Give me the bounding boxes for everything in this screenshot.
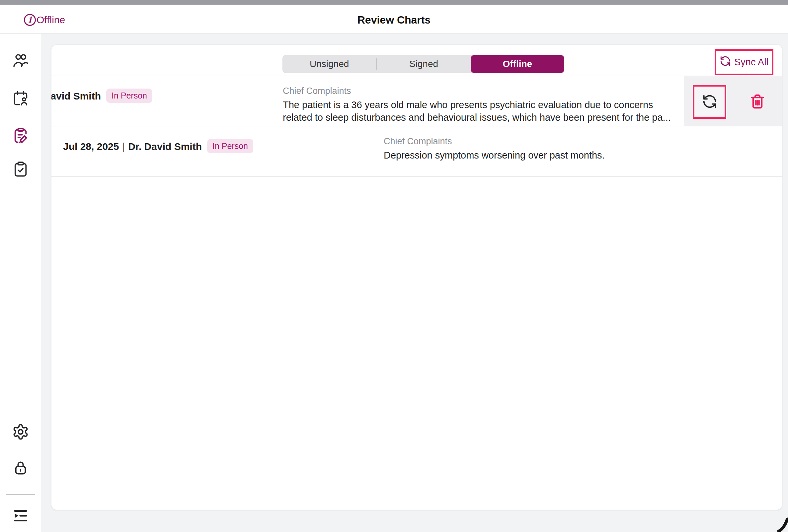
tab-unsigned[interactable]: Unsigned — [282, 55, 376, 73]
calendar-user-icon — [12, 90, 29, 107]
visit-type-badge: In Person — [106, 88, 152, 103]
sidebar-divider — [6, 494, 35, 494]
sidebar — [0, 34, 41, 532]
chart-rows: Jul 28, 2025|Dr. David SmithIn Person Ch… — [52, 76, 782, 177]
complaint-text: The patient is a 36 years old male who p… — [283, 99, 683, 124]
app-header: i Offline Review Charts — [0, 5, 788, 34]
sync-icon — [720, 55, 731, 69]
row-delete-button[interactable] — [748, 92, 767, 111]
chart-filter-tabs: Unsigned Signed Offline — [282, 55, 564, 73]
tab-signed[interactable]: Signed — [377, 55, 470, 73]
sync-all-button[interactable]: Sync All — [715, 49, 773, 75]
panel-collapse-icon — [12, 507, 29, 524]
provider-name: Dr. David Smith — [128, 141, 202, 152]
page-title: Review Charts — [0, 14, 788, 26]
meta-separator: | — [122, 141, 125, 152]
sidebar-item-settings[interactable] — [12, 423, 29, 441]
stray-pen-mark — [777, 517, 788, 532]
tab-offline[interactable]: Offline — [471, 55, 564, 73]
sync-all-label: Sync All — [734, 57, 768, 68]
row-complaint: Chief Complaints Depression symptoms wor… — [384, 126, 782, 177]
field-label: Chief Complaints — [283, 85, 683, 97]
row-meta: Jul 28, 2025|Dr. David SmithIn Person — [52, 126, 384, 177]
row-sync-button[interactable] — [693, 85, 726, 119]
clipboard-check-icon — [12, 161, 29, 178]
clipboard-edit-icon — [12, 127, 29, 144]
chart-row[interactable]: Jul 28, 2025|Dr. David SmithIn Person Ch… — [52, 126, 782, 177]
main-area: Unsigned Signed Offline Sync All — [41, 34, 788, 532]
sync-icon — [702, 94, 717, 110]
sidebar-item-appointments[interactable] — [12, 90, 29, 107]
trash-icon — [749, 105, 765, 110]
sidebar-item-collapse-panel[interactable] — [12, 507, 29, 524]
card-header: Unsigned Signed Offline Sync All — [52, 45, 782, 76]
sidebar-item-tasks[interactable] — [12, 161, 29, 178]
status-bar-strip — [0, 0, 788, 5]
visit-type-badge: In Person — [207, 139, 253, 153]
sidebar-item-lock[interactable] — [12, 459, 29, 476]
provider-name: Dr. David Smith — [52, 90, 101, 102]
row-meta: Jul 28, 2025|Dr. David SmithIn Person — [52, 76, 283, 126]
screen: i Offline Review Charts — [0, 0, 788, 532]
charts-card: Unsigned Signed Offline Sync All — [52, 45, 782, 510]
sidebar-item-patients[interactable] — [12, 52, 29, 69]
settings-gear-icon — [12, 423, 29, 441]
chart-row[interactable]: Jul 28, 2025|Dr. David SmithIn Person Ch… — [52, 76, 782, 126]
users-icon — [12, 52, 29, 69]
sidebar-item-review-charts[interactable] — [12, 127, 29, 144]
lock-icon — [12, 459, 29, 476]
complaint-text: Depression symptoms worsening over past … — [384, 149, 770, 162]
encounter-date: Jul 28, 2025 — [63, 141, 119, 152]
field-label: Chief Complaints — [384, 136, 770, 147]
row-actions — [684, 76, 782, 126]
